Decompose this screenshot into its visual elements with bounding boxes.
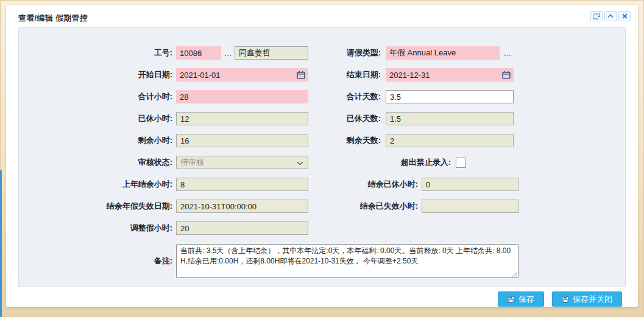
leave-type-label: 请假类型: xyxy=(308,47,386,58)
forbid-exceed-label: 超出禁止录入: xyxy=(308,157,456,168)
collapse-window-button[interactable] xyxy=(604,11,617,21)
audit-status-select[interactable]: 待审核 xyxy=(176,156,308,169)
balance-expired-hours-label: 结余已失效小时: xyxy=(308,201,422,212)
leave-type-field[interactable]: 年假 Annual Leave xyxy=(386,46,500,60)
dialog-titlebar: 查看/编辑 假期管控 xyxy=(18,12,631,24)
start-date-label: 开始日期: xyxy=(19,69,176,80)
balance-expire-date-label: 结余年假失效日期: xyxy=(19,201,176,212)
adjust-hours-label: 调整假小时: xyxy=(19,223,176,234)
used-days-label: 已休天数: xyxy=(308,113,386,124)
row-adjust: 调整假小时: 20 xyxy=(19,221,625,235)
remain-hours-label: 剩余小时: xyxy=(19,135,176,146)
balance-expired-hours-field xyxy=(422,200,518,213)
emp-no-field[interactable]: 10086 xyxy=(176,46,221,60)
floppy-disk-icon xyxy=(508,296,515,303)
remain-hours-field: 16 xyxy=(176,134,308,147)
emp-no-label: 工号: xyxy=(19,47,176,58)
row-audit: 审核状态: 待审核 超出禁止录入: xyxy=(19,156,625,169)
total-days-input[interactable] xyxy=(386,90,514,103)
close-window-button[interactable] xyxy=(618,11,631,21)
used-hours-field: 12 xyxy=(176,112,308,125)
start-date-value: 2021-01-01 xyxy=(180,71,221,80)
adjust-hours-field: 20 xyxy=(176,221,308,235)
save-and-close-button-label: 保存并关闭 xyxy=(573,294,612,305)
collapse-window-icon xyxy=(607,14,614,18)
total-hours-label: 合计小时: xyxy=(19,91,176,102)
row-used: 已休小时: 12 已休天数: 1.5 xyxy=(19,112,625,125)
window-controls xyxy=(590,11,631,21)
dialog-title: 查看/编辑 假期管控 xyxy=(18,13,88,23)
row-prev-balance: 上年结余小时: 8 结余已休小时: 0 xyxy=(19,178,625,191)
floppy-disk-icon xyxy=(562,296,569,303)
leave-control-dialog: 查看/编辑 假期管控 xyxy=(6,5,638,307)
remain-days-field: 2 xyxy=(386,134,514,147)
total-hours-field[interactable]: 28 xyxy=(176,90,308,103)
save-and-close-button[interactable]: 保存并关闭 xyxy=(552,291,622,307)
used-days-field: 1.5 xyxy=(386,112,514,125)
calendar-icon[interactable] xyxy=(297,71,305,79)
form-panel: 工号: 10086 … 同鑫姜哲 请假类型: 年假 Annual Leave …… xyxy=(18,27,626,287)
save-button-label: 保存 xyxy=(518,294,534,305)
row-dates: 开始日期: 2021-01-01 结束日期: 2021-12-31 xyxy=(19,68,625,82)
prev-balance-hours-field: 8 xyxy=(176,178,308,191)
emp-name-field: 同鑫姜哲 xyxy=(235,46,308,60)
balance-used-hours-field: 0 xyxy=(422,178,518,191)
row-balance-expire: 结余年假失效日期: 2021-10-31T00:00:00 结余已失效小时: xyxy=(19,200,625,213)
remark-textarea[interactable]: 当前共: 3.5天（含上年结余），其中本年法定:0天，本年福利: 0.00天。当… xyxy=(176,244,518,278)
backdrop-blue-strip xyxy=(0,170,2,317)
emp-no-lookup-button[interactable]: … xyxy=(222,47,233,59)
used-hours-label: 已休小时: xyxy=(19,113,176,124)
close-window-icon xyxy=(622,13,628,19)
row-remaining: 剩余小时: 16 剩余天数: 2 xyxy=(19,134,625,147)
calendar-icon[interactable] xyxy=(502,71,511,79)
end-date-label: 结束日期: xyxy=(308,69,386,80)
forbid-exceed-checkbox[interactable] xyxy=(456,158,466,168)
remain-days-label: 剩余天数: xyxy=(308,135,386,146)
audit-status-label: 审核状态: xyxy=(19,157,176,168)
row-total: 合计小时: 28 合计天数: xyxy=(19,90,625,103)
popout-window-icon xyxy=(593,13,600,19)
total-days-label: 合计天数: xyxy=(308,91,386,102)
remark-label: 备注: xyxy=(19,256,176,266)
leave-type-lookup-button[interactable]: … xyxy=(501,47,514,59)
start-date-field[interactable]: 2021-01-01 xyxy=(176,68,308,82)
row-remark: 备注: 当前共: 3.5天（含上年结余），其中本年法定:0天，本年福利: 0.0… xyxy=(19,243,625,279)
desktop-backdrop: 查看/编辑 假期管控 xyxy=(0,0,644,317)
save-button[interactable]: 保存 xyxy=(498,291,544,307)
row-emp-no: 工号: 10086 … 同鑫姜哲 请假类型: 年假 Annual Leave … xyxy=(19,46,625,60)
popout-window-button[interactable] xyxy=(590,11,603,21)
chevron-down-icon xyxy=(297,161,303,165)
balance-expire-date-field: 2021-10-31T00:00:00 xyxy=(176,200,308,213)
prev-balance-hours-label: 上年结余小时: xyxy=(19,179,176,190)
end-date-value: 2021-12-31 xyxy=(389,71,430,80)
dialog-footer: 保存 保存并关闭 xyxy=(498,291,622,307)
end-date-field[interactable]: 2021-12-31 xyxy=(386,68,514,82)
audit-status-value: 待审核 xyxy=(180,157,204,168)
balance-used-hours-label: 结余已休小时: xyxy=(308,179,422,190)
